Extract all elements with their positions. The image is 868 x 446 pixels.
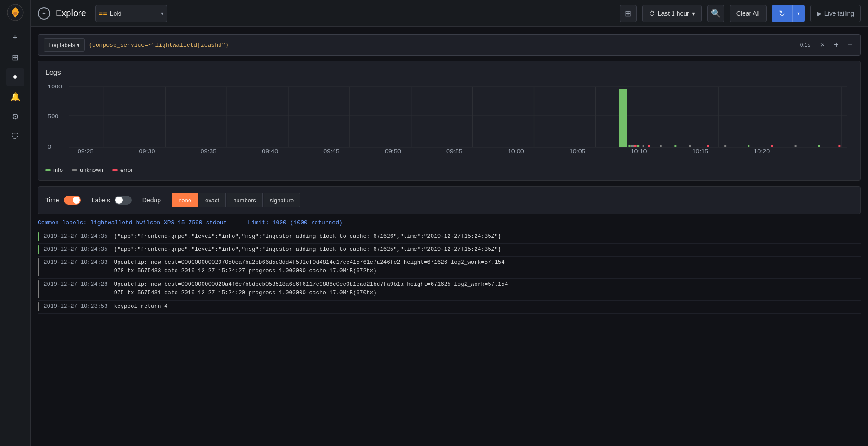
log-message: UpdateTip: new best=0000000000297050ea7b… bbox=[114, 258, 505, 275]
limit-value: 1000 (1000 returned) bbox=[273, 219, 343, 226]
minus-icon: − bbox=[847, 40, 852, 50]
svg-text:0: 0 bbox=[48, 144, 51, 150]
svg-rect-31 bbox=[724, 145, 726, 147]
svg-text:09:40: 09:40 bbox=[262, 149, 278, 154]
svg-text:10:20: 10:20 bbox=[753, 149, 770, 154]
time-toggle-group: Time bbox=[45, 196, 81, 205]
common-labels: Common labels: lightwalletd bwilson-XPS-… bbox=[38, 219, 861, 226]
search-button[interactable]: 🔍 bbox=[707, 5, 724, 22]
search-icon: 🔍 bbox=[711, 9, 721, 18]
log-message: UpdateTip: new best=0000000000020a4f6e7b… bbox=[114, 280, 508, 297]
close-icon: × bbox=[820, 40, 825, 50]
svg-rect-24 bbox=[637, 145, 639, 147]
topbar: ✦ Explore ≡≡ Loki ▾ ⊞ ⏱ Last 1 hour ▾ 🔍 … bbox=[31, 0, 868, 27]
dedup-group: Dedup none exact numbers signature bbox=[142, 193, 300, 207]
log-timestamp: 2019-12-27 10:24:35 bbox=[44, 232, 108, 241]
log-timestamp: 2019-12-27 10:24:35 bbox=[44, 245, 108, 254]
svg-text:1000: 1000 bbox=[48, 84, 62, 90]
log-level-bar bbox=[38, 258, 39, 276]
time-range-button[interactable]: ⏱ Last 1 hour ▾ bbox=[642, 5, 702, 22]
svg-rect-29 bbox=[689, 145, 691, 147]
chart-title: Logs bbox=[45, 69, 853, 77]
gear-icon: ⚙ bbox=[12, 112, 19, 122]
compass-icon: ✦ bbox=[12, 72, 18, 82]
chart-legend: info unknown error bbox=[45, 166, 853, 173]
log-entry: 2019-12-27 10:24:33 UpdateTip: new best=… bbox=[38, 257, 861, 279]
log-timestamp: 2019-12-27 10:23:53 bbox=[44, 302, 108, 311]
log-options-panel: Time Labels Dedup none exact numbers sig… bbox=[38, 186, 861, 214]
main-content: ✦ Explore ≡≡ Loki ▾ ⊞ ⏱ Last 1 hour ▾ 🔍 … bbox=[31, 0, 868, 446]
time-toggle-label: Time bbox=[45, 197, 59, 204]
clear-all-button[interactable]: Clear All bbox=[730, 5, 767, 22]
dedup-signature-button[interactable]: signature bbox=[264, 193, 300, 207]
datasource-dropdown[interactable]: Loki bbox=[95, 5, 167, 22]
legend-error-label: error bbox=[120, 166, 132, 173]
split-view-button[interactable]: ⊞ bbox=[620, 5, 637, 22]
svg-text:09:30: 09:30 bbox=[139, 149, 155, 154]
split-view-icon: ⊞ bbox=[625, 9, 631, 18]
refresh-dropdown-button[interactable]: ▾ bbox=[792, 5, 805, 22]
log-level-bar bbox=[38, 280, 39, 298]
sidebar-item-settings[interactable]: ⚙ bbox=[6, 108, 24, 126]
svg-rect-23 bbox=[634, 145, 636, 147]
refresh-icon: ↻ bbox=[779, 9, 785, 18]
chart-area: 1000 500 0 bbox=[45, 82, 853, 163]
dashboard-icon: ⊞ bbox=[12, 52, 18, 62]
query-expression[interactable]: {compose_service=~"lightwalletd|zcashd"} bbox=[88, 42, 796, 48]
log-entries-list: 2019-12-27 10:24:35 {"app":"frontend-grp… bbox=[38, 231, 861, 314]
chevron-down-icon: ▾ bbox=[797, 10, 800, 17]
svg-rect-30 bbox=[707, 145, 709, 147]
log-level-bar bbox=[38, 232, 39, 241]
log-timestamp: 2019-12-27 10:24:28 bbox=[44, 280, 108, 289]
log-labels-button[interactable]: Log labels ▾ bbox=[44, 38, 85, 52]
sidebar: + ⊞ ✦ 🔔 ⚙ 🛡 bbox=[0, 0, 31, 446]
add-query-button[interactable]: + bbox=[831, 39, 842, 51]
labels-toggle-label: Labels bbox=[92, 197, 110, 204]
svg-rect-33 bbox=[771, 145, 773, 147]
time-toggle-thumb bbox=[73, 197, 80, 204]
legend-error-color bbox=[112, 169, 118, 171]
legend-unknown-label: unknown bbox=[80, 166, 103, 173]
refresh-button[interactable]: ↻ bbox=[772, 5, 792, 22]
sidebar-item-shield[interactable]: 🛡 bbox=[6, 127, 24, 145]
dedup-none-button[interactable]: none bbox=[172, 193, 198, 207]
app-logo[interactable] bbox=[6, 4, 24, 22]
datasource-selector[interactable]: ≡≡ Loki ▾ bbox=[95, 5, 167, 22]
common-labels-prefix: Common labels: bbox=[38, 219, 87, 226]
plus-icon: + bbox=[834, 40, 839, 50]
dedup-numbers-button[interactable]: numbers bbox=[227, 193, 263, 207]
remove-query-button[interactable]: × bbox=[817, 39, 828, 51]
compass-icon-sm: ✦ bbox=[41, 10, 47, 17]
query-time: 0.1s bbox=[800, 42, 811, 48]
svg-rect-21 bbox=[628, 145, 630, 147]
svg-rect-25 bbox=[643, 145, 644, 147]
sidebar-item-explore[interactable]: ✦ bbox=[6, 68, 24, 86]
svg-text:09:55: 09:55 bbox=[446, 149, 463, 154]
log-level-bar bbox=[38, 245, 39, 254]
time-toggle[interactable] bbox=[64, 196, 81, 205]
collapse-query-button[interactable]: − bbox=[845, 39, 855, 51]
svg-rect-26 bbox=[648, 145, 650, 147]
bell-icon: 🔔 bbox=[10, 92, 20, 102]
labels-toggle[interactable] bbox=[115, 196, 132, 205]
legend-info-color bbox=[45, 169, 51, 171]
legend-unknown: unknown bbox=[72, 166, 103, 173]
log-level-bar bbox=[38, 302, 39, 311]
svg-text:09:45: 09:45 bbox=[323, 149, 339, 154]
sidebar-item-dashboard[interactable]: ⊞ bbox=[6, 48, 24, 66]
log-timestamp: 2019-12-27 10:24:33 bbox=[44, 258, 108, 267]
sidebar-item-alert[interactable]: 🔔 bbox=[6, 88, 24, 106]
live-tailing-label: Live tailing bbox=[824, 10, 854, 17]
query-bar: Log labels ▾ {compose_service=~"lightwal… bbox=[38, 34, 861, 56]
sidebar-item-add[interactable]: + bbox=[6, 29, 24, 47]
shield-icon: 🛡 bbox=[11, 132, 19, 141]
svg-text:10:05: 10:05 bbox=[569, 149, 586, 154]
page-title: Explore bbox=[56, 8, 86, 18]
dedup-exact-button[interactable]: exact bbox=[199, 193, 226, 207]
svg-text:500: 500 bbox=[48, 114, 58, 119]
live-tailing-button[interactable]: ▶ Live tailing bbox=[810, 5, 861, 22]
svg-rect-28 bbox=[674, 145, 676, 147]
time-range-label: Last 1 hour bbox=[658, 10, 689, 17]
common-labels-values: lightwalletd bwilson-XPS-15-7590 stdout bbox=[90, 219, 227, 226]
log-message: keypool return 4 bbox=[114, 302, 168, 311]
